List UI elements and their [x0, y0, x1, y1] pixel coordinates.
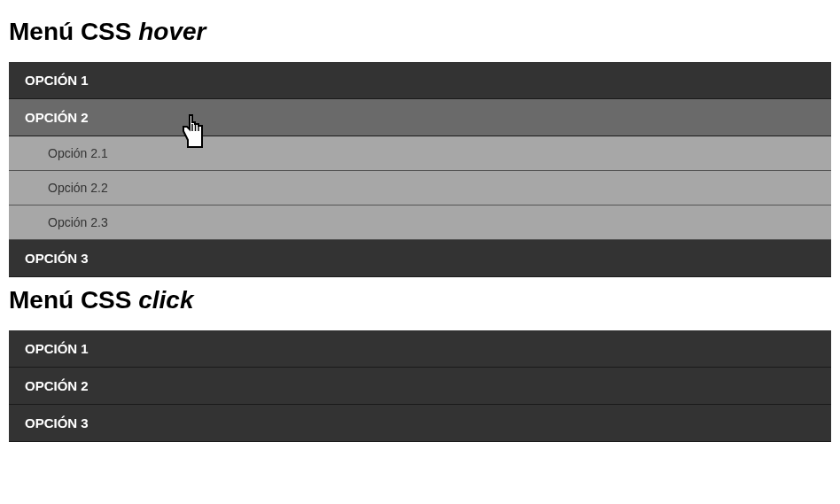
submenu-item-label: Opción 2.2 — [9, 171, 831, 205]
submenu-item[interactable]: Opción 2.1 — [9, 136, 831, 171]
menu-click: OPCIÓN 1 OPCIÓN 2 OPCIÓN 3 — [9, 330, 831, 442]
menu-item-label: OPCIÓN 3 — [9, 240, 831, 277]
submenu-item[interactable]: Opción 2.2 — [9, 171, 831, 205]
menu-hover-container: OPCIÓN 1 OPCIÓN 2 Opción 2.1 Opción 2.2 … — [9, 62, 831, 277]
menu-item[interactable]: OPCIÓN 2 Opción 2.1 Opción 2.2 Opción 2.… — [9, 99, 831, 240]
heading-hover: Menú CSS hover — [9, 18, 831, 46]
menu-item-label: OPCIÓN 1 — [9, 330, 831, 368]
menu-item[interactable]: OPCIÓN 1 — [9, 330, 831, 368]
submenu-item[interactable]: Opción 2.3 — [9, 205, 831, 240]
submenu: Opción 2.1 Opción 2.2 Opción 2.3 — [9, 136, 831, 240]
heading-click-emph: click — [138, 286, 193, 314]
menu-item-label: OPCIÓN 1 — [9, 62, 831, 99]
submenu-item-label: Opción 2.1 — [9, 136, 831, 171]
menu-item-label: OPCIÓN 2 — [9, 368, 831, 405]
menu-hover: OPCIÓN 1 OPCIÓN 2 Opción 2.1 Opción 2.2 … — [9, 62, 831, 277]
heading-hover-emph: hover — [138, 18, 206, 45]
menu-item[interactable]: OPCIÓN 3 — [9, 240, 831, 277]
heading-click: Menú CSS click — [9, 286, 831, 314]
menu-item[interactable]: OPCIÓN 2 — [9, 368, 831, 405]
menu-item[interactable]: OPCIÓN 3 — [9, 405, 831, 442]
heading-hover-prefix: Menú CSS — [9, 18, 138, 45]
menu-item[interactable]: OPCIÓN 1 — [9, 62, 831, 99]
heading-click-prefix: Menú CSS — [9, 286, 138, 314]
submenu-item-label: Opción 2.3 — [9, 205, 831, 240]
menu-item-label: OPCIÓN 3 — [9, 405, 831, 442]
menu-item-label: OPCIÓN 2 — [9, 99, 831, 136]
